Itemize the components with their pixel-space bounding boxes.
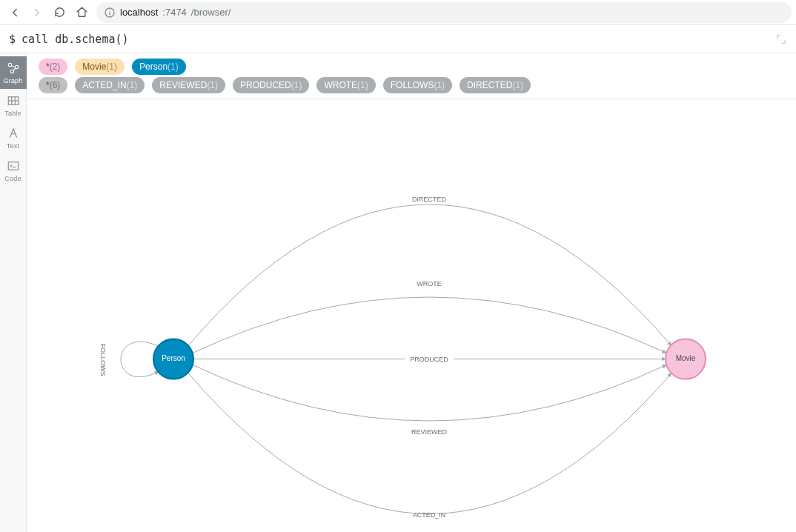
sidebar-item-label: Text — [7, 142, 19, 150]
pill-label: WROTE — [324, 79, 357, 92]
node-label-pill[interactable]: Person(1) — [132, 59, 186, 75]
site-info-icon — [104, 7, 116, 19]
pill-label: FOLLOWS — [391, 79, 434, 92]
pill-count: (6) — [50, 79, 61, 92]
home-button[interactable] — [71, 2, 92, 23]
prompt-symbol: $ — [9, 33, 16, 46]
legend-bar: *(2)Movie(1)Person(1) *(6)ACTED_IN(1)REV… — [27, 53, 796, 99]
arrow-right-icon — [30, 6, 44, 19]
reload-icon — [53, 6, 66, 19]
home-icon — [76, 6, 88, 19]
pill-label: Person — [139, 60, 168, 73]
node-label: Person — [162, 354, 185, 362]
edge-directed[interactable]: DIRECTED — [188, 196, 671, 346]
edge-follows[interactable]: FOLLOWS — [99, 342, 159, 377]
edge-label: DIRECTED — [412, 196, 447, 203]
relationship-type-row: *(6)ACTED_IN(1)REVIEWED(1)PRODUCED(1)WRO… — [39, 77, 789, 93]
pill-label: DIRECTED — [467, 79, 512, 92]
node-person[interactable]: Person — [153, 339, 193, 379]
query-text: call db.schema() — [21, 33, 129, 46]
pill-label: REVIEWED — [159, 79, 207, 92]
sidebar-item-table[interactable]: Table — [0, 89, 27, 122]
sidebar-item-text[interactable]: Text — [0, 122, 27, 154]
text-icon — [6, 126, 21, 141]
edge-label: ACTED_IN — [413, 511, 446, 519]
node-movie[interactable]: Movie — [666, 339, 706, 379]
pill-count: (1) — [434, 79, 445, 92]
node-label-row: *(2)Movie(1)Person(1) — [39, 59, 789, 75]
relationship-type-pill[interactable]: WROTE(1) — [316, 77, 375, 93]
relationship-type-pill[interactable]: ACTED_IN(1) — [75, 77, 145, 93]
reload-button[interactable] — [49, 2, 70, 23]
svg-line-6 — [11, 66, 15, 67]
sidebar-item-label: Table — [4, 110, 21, 117]
edge-label: FOLLOWS — [99, 343, 107, 376]
edge-label: REVIEWED — [411, 428, 448, 436]
svg-rect-2 — [109, 12, 110, 15]
result-view-sidebar: Graph Table Text Code — [0, 53, 27, 532]
edge-reviewed[interactable]: REVIEWED — [193, 365, 666, 436]
back-button[interactable] — [4, 2, 25, 23]
arrow-left-icon — [8, 6, 21, 19]
edge-label: PRODUCED — [410, 356, 448, 363]
edge-acted-in[interactable]: ACTED_IN — [188, 373, 671, 519]
sidebar-item-label: Graph — [3, 77, 22, 84]
edge-wrote[interactable]: WROTE — [193, 280, 666, 353]
node-label: Movie — [676, 354, 696, 362]
pill-count: (1) — [291, 79, 302, 92]
node-label-pill[interactable]: Movie(1) — [75, 59, 125, 75]
url-path: /browser/ — [191, 7, 230, 18]
relationship-type-pill[interactable]: *(6) — [39, 77, 67, 93]
pill-count: (1) — [207, 79, 218, 92]
pill-count: (1) — [357, 79, 368, 92]
svg-line-7 — [13, 68, 16, 70]
browser-address-bar: localhost:7474/browser/ — [0, 0, 796, 25]
svg-point-1 — [109, 10, 110, 10]
svg-rect-12 — [8, 162, 19, 170]
sidebar-item-label: Code — [4, 175, 21, 182]
forward-button[interactable] — [27, 2, 47, 23]
relationship-type-pill[interactable]: FOLLOWS(1) — [383, 77, 452, 93]
pill-count: (2) — [50, 60, 61, 73]
pill-count: (1) — [106, 60, 117, 73]
url-input[interactable]: localhost:7474/browser/ — [96, 2, 792, 23]
table-icon — [6, 93, 21, 108]
url-port: :7474 — [162, 7, 187, 18]
expand-icon[interactable] — [775, 33, 787, 45]
graph-icon — [6, 61, 21, 76]
pill-label: ACTED_IN — [82, 79, 126, 92]
pill-label: Movie — [82, 60, 106, 73]
code-icon — [6, 159, 21, 173]
url-host: localhost — [120, 7, 158, 18]
relationship-type-pill[interactable]: REVIEWED(1) — [152, 77, 225, 93]
pill-count: (1) — [512, 79, 523, 92]
sidebar-item-code[interactable]: Code — [0, 154, 27, 187]
graph-canvas[interactable]: DIRECTED WROTE PRODUCED REVIEWED — [27, 99, 796, 532]
pill-count: (1) — [168, 60, 179, 73]
node-label-pill[interactable]: *(2) — [39, 59, 67, 75]
pill-count: (1) — [127, 79, 138, 92]
edge-produced[interactable]: PRODUCED — [193, 353, 666, 364]
pill-label: PRODUCED — [240, 79, 291, 92]
relationship-type-pill[interactable]: PRODUCED(1) — [233, 77, 309, 93]
sidebar-item-graph[interactable]: Graph — [0, 56, 27, 89]
query-editor[interactable]: $ call db.schema() — [0, 25, 796, 53]
edge-label: WROTE — [417, 280, 442, 287]
relationship-type-pill[interactable]: DIRECTED(1) — [460, 77, 531, 93]
